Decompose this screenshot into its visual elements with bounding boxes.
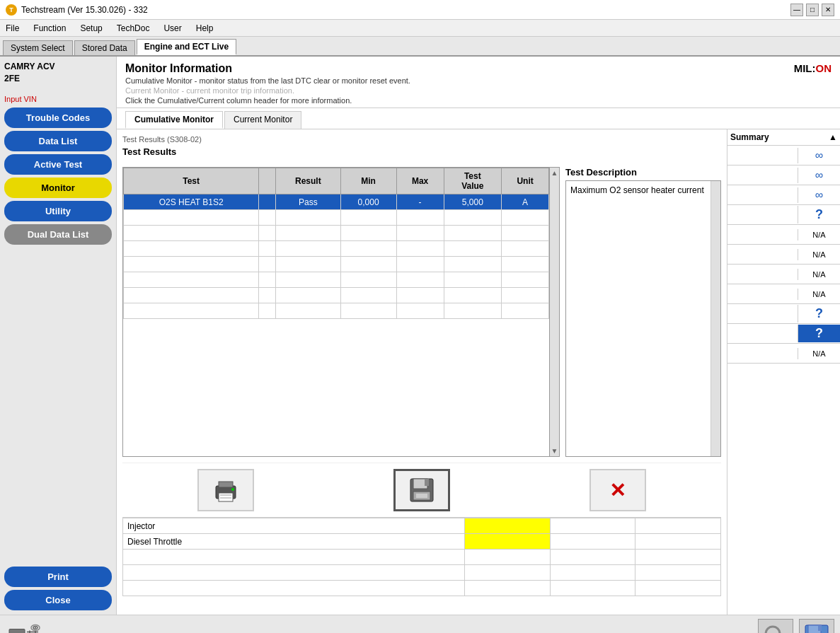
trouble-codes-button[interactable]: Trouble Codes [4,108,112,128]
summary-row: ∞ [727,185,840,205]
active-test-button[interactable]: Active Test [4,154,112,175]
right-panel: Summary ▲ ∞ ∞ ∞ ? N/A N/A N/A [727,129,840,615]
col-test: Test [124,168,259,194]
mil-label: MIL:ON [794,62,832,74]
save-action-button[interactable] [393,469,450,511]
cell-unit [502,257,549,272]
summary-row: N/A [727,265,840,284]
search-footer-button[interactable] [758,619,793,634]
cell-min [340,257,396,272]
connection-icon[interactable] [6,619,41,634]
close-sidebar-button[interactable]: Close [4,590,112,610]
cell-extra [259,257,276,272]
cumulative-monitor-tab[interactable]: Cumulative Monitor [125,111,223,129]
tab-system-select[interactable]: System Select [3,40,73,55]
col-min: Min [340,168,396,194]
summary-row-label [727,293,798,296]
test-table-container: Test Result Min Max TestValue Unit [122,167,560,457]
cell-test [124,241,259,257]
maximize-button[interactable]: □ [806,4,819,16]
bottom-table-row [123,565,721,581]
cell-max [396,272,444,288]
table-row[interactable]: O2S HEAT B1S2 Pass 0,000 - 5,000 A [124,194,549,210]
summary-row-label [727,233,798,236]
cell-result [276,226,340,241]
print-button[interactable]: Print [4,567,112,587]
car-info: CAMRY ACV2FE [4,61,112,85]
bottom-label [123,581,465,596]
test-table: Test Result Min Max TestValue Unit [123,168,549,319]
summary-row: ∞ [727,165,840,185]
cell-max [396,226,444,241]
scroll-up-arrow[interactable]: ▲ [551,169,558,177]
summary-row-value: ? [798,325,840,342]
cell-extra [259,210,276,226]
table-row[interactable] [124,241,549,257]
cell-min [340,303,396,319]
cancel-action-button[interactable]: ✕ [589,469,646,511]
cell-unit: A [502,194,549,210]
summary-row-value: N/A [798,348,840,359]
menu-function[interactable]: Function [30,22,69,35]
summary-row: ? [727,324,840,344]
desc-scrollbar[interactable] [710,181,720,456]
summary-row-label [727,352,798,355]
section-label: Test Results (S308-02) [122,135,721,144]
bottom-val1 [464,534,550,550]
desc-title: Test Description [565,167,721,178]
data-list-button[interactable]: Data List [4,131,112,151]
summary-row-value: ∞ [798,148,840,163]
cell-test-value [444,210,502,226]
cell-unit [502,210,549,226]
table-row[interactable] [124,257,549,272]
summary-row-value: N/A [798,229,840,240]
menu-setup[interactable]: Setup [77,22,105,35]
table-row[interactable] [124,288,549,303]
cell-min [340,210,396,226]
svg-point-5 [231,488,234,491]
current-monitor-tab[interactable]: Current Monitor [224,111,301,129]
dual-data-list-button[interactable]: Dual Data List [4,224,112,245]
panel-content: Test Results (S308-02) Test Results [117,129,840,615]
bottom-table-row: Injector [123,518,721,534]
summary-row: ? [727,205,840,225]
summary-row-label [727,313,798,315]
bottom-label: Injector [123,518,465,534]
table-scrollbar[interactable]: ▲ ▼ [549,168,559,456]
menu-bar: File Function Setup TechDoc User Help [0,20,840,37]
minimize-button[interactable]: — [790,4,803,16]
summary-scroll-up[interactable]: ▲ [829,132,837,142]
close-button[interactable]: ✕ [822,4,834,16]
menu-file[interactable]: File [3,22,22,35]
footer-right-icons [758,619,834,634]
floppy-footer-icon [802,622,831,634]
summary-row-label [727,154,798,157]
svg-rect-26 [818,625,822,631]
menu-help[interactable]: Help [193,22,217,35]
svg-rect-1 [219,482,233,487]
utility-button[interactable]: Utility [4,201,112,221]
save-footer-button[interactable] [799,619,834,634]
table-row[interactable] [124,210,549,226]
tab-engine-ect-live[interactable]: Engine and ECT Live [137,39,236,55]
cell-extra [259,241,276,257]
cell-min [340,226,396,241]
menu-techdoc[interactable]: TechDoc [114,22,153,35]
title-bar: T Techstream (Ver 15.30.026) - 332 — □ ✕ [0,0,840,20]
col-extra [259,168,276,194]
footer-area [0,615,840,633]
summary-header: Summary ▲ [727,129,840,146]
bottom-val1 [464,518,550,534]
print-action-button[interactable] [197,469,254,511]
bottom-val2 [550,550,635,565]
monitor-header: Monitor Information Cumulative Monitor -… [117,57,840,108]
menu-user[interactable]: User [161,22,184,35]
table-row[interactable] [124,303,549,319]
table-row[interactable] [124,226,549,241]
tab-stored-data[interactable]: Stored Data [74,40,135,55]
cell-min [340,288,396,303]
table-row[interactable] [124,272,549,288]
summary-row-label [727,194,798,197]
monitor-button[interactable]: Monitor [4,178,112,198]
scroll-down-arrow[interactable]: ▼ [551,447,558,455]
